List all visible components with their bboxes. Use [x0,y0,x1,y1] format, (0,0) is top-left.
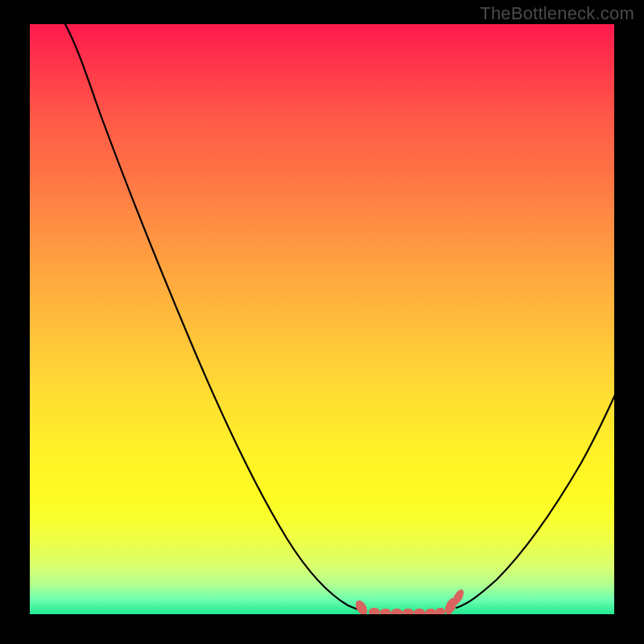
chart-container: TheBottleneck.com [0,0,644,644]
plot-area [30,24,614,614]
v-curve [64,24,614,611]
svg-point-3 [391,609,402,614]
svg-point-9 [450,588,466,607]
optimal-band [353,588,466,614]
watermark-text: TheBottleneck.com [480,3,634,24]
svg-point-1 [369,608,380,614]
svg-point-2 [380,609,391,614]
curve-layer [30,24,614,614]
svg-point-6 [425,609,436,614]
svg-point-0 [353,598,369,614]
svg-point-4 [402,609,414,614]
svg-point-5 [414,609,425,614]
svg-point-7 [436,608,445,614]
svg-point-8 [443,596,459,614]
